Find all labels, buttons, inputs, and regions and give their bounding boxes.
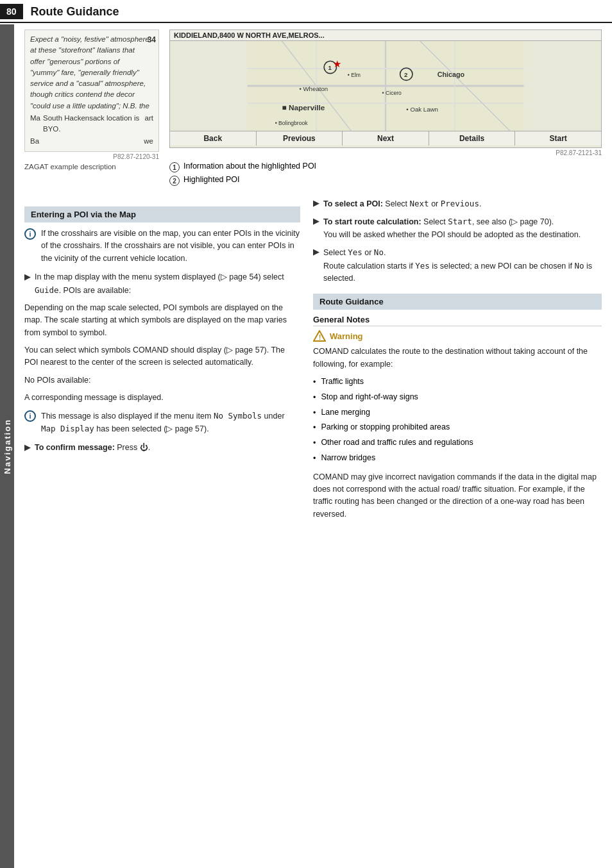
para-2: You can select which symbols COMAND shou… — [24, 344, 300, 369]
map-ref: P82.87-2121-31 — [169, 149, 602, 156]
page-title: Route Guidance — [31, 5, 119, 19]
svg-text:1: 1 — [328, 64, 332, 71]
zagat-line1: Expect a "noisy, festive" atmosphere — [30, 34, 153, 45]
arrow-item-1: ▶ In the map display with the menu syste… — [24, 271, 300, 297]
arrow-text-start: To start route calculation: Select Start… — [323, 215, 581, 241]
arrow-icon-1: ▶ — [24, 272, 31, 281]
svg-text:2: 2 — [404, 71, 407, 78]
poi-info-item1: 1 Information about the highlighted POI — [169, 162, 602, 172]
info-text-1: If the crosshairs are visible on the map… — [41, 228, 300, 265]
info-icon-2: i — [24, 410, 36, 422]
svg-text:!: ! — [319, 334, 321, 341]
arrow-text-yes-no: Select Yes or No. Route calculation star… — [323, 246, 602, 285]
map-nav-bar: Back Previous Next Details Start — [170, 131, 601, 146]
bullet-dot-4: • — [313, 422, 316, 434]
map-btn-details[interactable]: Details — [429, 131, 516, 146]
no-poi-label: No POIs available: — [24, 374, 300, 387]
col-left: Entering a POI via the Map i If the cros… — [24, 197, 300, 526]
zagat-line7: "could use a little updating"; N.B. the — [30, 101, 153, 112]
zagat-col2: art — [145, 113, 153, 135]
bullet-text-1: Traffic lights — [321, 376, 364, 388]
arrow-text-confirm: To confirm message: Press ⏻. — [35, 442, 150, 454]
map-title: KIDDIELAND,8400 W NORTH AVE,MELROS... — [170, 30, 601, 41]
svg-text:• Bolingbrook: • Bolingbrook — [275, 120, 309, 126]
bullet-1: • Traffic lights — [313, 376, 602, 388]
warning-closing: COMAND may give incorrect navigation com… — [313, 471, 602, 521]
svg-text:Chicago: Chicago — [438, 71, 465, 78]
bullet-text-6: Narrow bridges — [321, 452, 375, 464]
arrow-text-select: To select a POI: Select Next or Previous… — [323, 197, 481, 210]
warning-intro: COMAND calculates the route to the desti… — [313, 346, 602, 371]
poi-text1: Information about the highlighted POI — [183, 162, 316, 171]
nav-sidebar-label: Navigation — [3, 419, 12, 474]
arrow-yes-no: ▶ Select Yes or No. Route calculation st… — [313, 246, 602, 285]
page-header: 80 Route Guidance — [0, 0, 612, 23]
zagat-line6: though critics contend the decor — [30, 89, 153, 100]
bottom-section: Entering a POI via the Map i If the cros… — [24, 197, 602, 526]
svg-text:■ Naperville: ■ Naperville — [282, 103, 325, 112]
map-btn-previous[interactable]: Previous — [257, 131, 343, 146]
zagat-line2: at these "storefront" Italians that — [30, 45, 153, 56]
corresponding-message: A corresponding message is displayed. — [24, 392, 300, 404]
arrow-icon-select: ▶ — [313, 198, 319, 208]
no-poi-label-text: No POIs available: — [24, 376, 91, 385]
bullet-text-3: Lane merging — [321, 406, 370, 419]
bullet-text-5: Other road and traffic rules and regulat… — [321, 437, 473, 449]
arrow-icon-yes-no: ▶ — [313, 247, 319, 256]
zagat-ref: P82.87-2120-31 — [24, 153, 159, 160]
arrow-icon-start: ▶ — [313, 216, 319, 226]
bullet-3: • Lane merging — [313, 406, 602, 419]
map-btn-back[interactable]: Back — [170, 131, 257, 146]
bullet-dot-6: • — [313, 453, 316, 465]
poi-info: 1 Information about the highlighted POI … — [169, 162, 602, 186]
warning-triangle-icon: ! — [313, 330, 326, 342]
bullet-2: • Stop and right-of-way signs — [313, 391, 602, 404]
warning-header: ! Warning — [313, 330, 602, 342]
info-text-2: This message is also displayed if the me… — [41, 410, 300, 436]
zagat-col4: we — [144, 136, 153, 147]
right-panel: KIDDIELAND,8400 W NORTH AVE,MELROS... — [169, 29, 602, 188]
zagat-line3: offer "generous" portions of — [30, 56, 153, 67]
zagat-caption: ZAGAT example description — [24, 163, 159, 171]
top-section: 34 Expect a "noisy, festive" atmosphere … — [24, 29, 602, 188]
bullet-text-2: Stop and right-of-way signs — [321, 391, 418, 403]
zagat-line8: South Hackensack location is BYO. — [43, 113, 142, 135]
zagat-bottom-row: Ma South Hackensack location is BYO. art — [30, 113, 153, 135]
bullet-dot-2: • — [313, 392, 316, 404]
page-number: 80 — [0, 4, 23, 19]
zagat-image: 34 Expect a "noisy, festive" atmosphere … — [24, 29, 159, 152]
arrow-confirm: ▶ To confirm message: Press ⏻. — [24, 442, 300, 454]
map-body: • Wheaton • Elm Chicago • Cicero ■ Naper… — [170, 41, 601, 131]
bullet-dot-3: • — [313, 407, 316, 419]
bullet-4: • Parking or stopping prohibited areas — [313, 421, 602, 434]
bullet-6: • Narrow bridges — [313, 452, 602, 465]
poi-num1: 1 — [169, 162, 180, 172]
map-btn-start[interactable]: Start — [515, 131, 601, 146]
bullet-dot-1: • — [313, 376, 316, 388]
poi-info-item2: 2 Highlighted POI — [169, 175, 602, 186]
zagat-bottom-row2: Ba we — [30, 136, 153, 147]
warning-bullets: • Traffic lights • Stop and right-of-way… — [313, 376, 602, 465]
para-1: Depending on the map scale selected, POI… — [24, 302, 300, 339]
main-content: 34 Expect a "noisy, festive" atmosphere … — [18, 23, 612, 538]
bullet-text-4: Parking or stopping prohibited areas — [321, 421, 450, 433]
sub-section-general-notes: General Notes — [313, 315, 602, 326]
poi-text2: Highlighted POI — [183, 175, 240, 184]
info-block-2: i This message is also displayed if the … — [24, 410, 300, 436]
info-block-1: i If the crosshairs are visible on the m… — [24, 228, 300, 265]
zagat-col1: Ma — [30, 113, 40, 135]
info-icon-1: i — [24, 228, 36, 240]
bullet-5: • Other road and traffic rules and regul… — [313, 437, 602, 449]
svg-text:• Elm: • Elm — [348, 72, 361, 78]
map-btn-next[interactable]: Next — [343, 131, 429, 146]
nav-sidebar: Navigation — [0, 24, 14, 868]
poi-num2: 2 — [169, 176, 180, 186]
bullet-dot-5: • — [313, 437, 316, 449]
map-container: KIDDIELAND,8400 W NORTH AVE,MELROS... — [169, 29, 602, 148]
arrow-start-route: ▶ To start route calculation: Select Sta… — [313, 215, 602, 241]
section-route-guidance-header: Route Guidance — [313, 294, 602, 310]
svg-text:• Cicero: • Cicero — [382, 90, 402, 96]
zagat-col3: Ba — [30, 136, 39, 147]
svg-text:• Oak Lawn: • Oak Lawn — [406, 106, 438, 113]
arrow-select-poi: ▶ To select a POI: Select Next or Previo… — [313, 197, 602, 210]
